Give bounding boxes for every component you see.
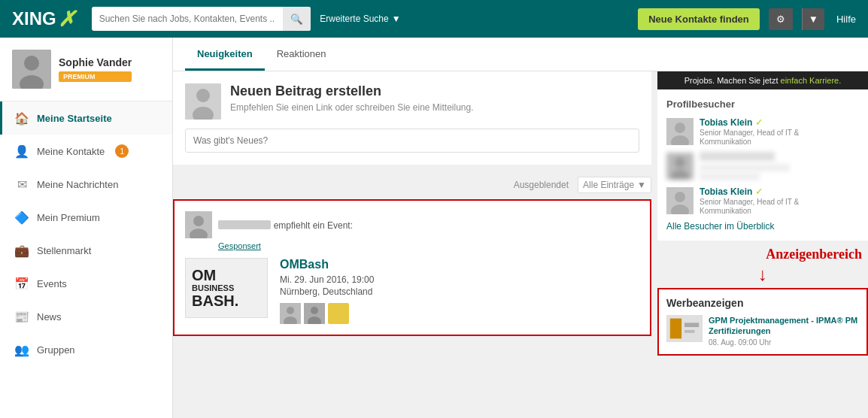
profile-section: Sophie Vander PREMIUM — [0, 38, 172, 101]
avatar — [12, 50, 51, 89]
xing-logo: XING ✗ — [12, 7, 75, 32]
svg-point-22 — [675, 192, 685, 202]
home-icon: 🏠 — [14, 111, 29, 126]
avatar-image — [12, 50, 51, 89]
feed-area: Neuen Beitrag erstellen Empfehlen Sie ei… — [173, 71, 657, 356]
visitor-item-1: Tobias Klein ✓ Senior Manager, Head of I… — [666, 117, 859, 146]
svg-point-16 — [675, 123, 685, 133]
attendee-avatar-2-svg — [304, 303, 325, 324]
event-details: OMBash Mi. 29. Jun 2016, 19:00 Nürnberg,… — [280, 258, 639, 324]
events-icon: 📅 — [14, 276, 29, 291]
create-post-text: Neuen Beitrag erstellen Empfehlen Sie ei… — [230, 83, 474, 113]
contacts-icon: 👤 — [14, 144, 29, 159]
create-avatar-svg — [185, 83, 221, 120]
ausgeblendet-filter[interactable]: Ausgeblendet — [514, 180, 569, 190]
feed-avatar-svg — [185, 211, 212, 238]
page-body: Sophie Vander PREMIUM 🏠 Meine Startseite… — [0, 38, 868, 418]
werbe-image — [666, 315, 703, 342]
promo-highlight: einfach Karriere. — [781, 76, 842, 85]
visitor-3-role: Senior Manager, Head of IT & — [700, 197, 859, 207]
alle-besucher-link[interactable]: Alle Besucher im Überblick — [666, 221, 859, 232]
visitor-3-company: Kommunikation — [700, 207, 859, 215]
main-tabs: Neuigkeiten Reaktionen — [173, 38, 868, 71]
event-logo: OM BUSINESS BASH. — [185, 258, 268, 318]
sidebar-item-gruppen[interactable]: 👥 Gruppen — [0, 333, 172, 366]
settings-button[interactable]: ⚙ — [769, 8, 793, 30]
event-logo-om: OM — [192, 267, 216, 283]
visitor-avatar-1 — [666, 118, 693, 145]
svg-rect-26 — [684, 323, 699, 327]
event-date: Mi. 29. Jun 2016, 19:00 — [280, 274, 639, 285]
content-area: Neuen Beitrag erstellen Empfehlen Sie ei… — [173, 71, 868, 356]
svg-rect-25 — [670, 319, 681, 339]
visitor-avatar-2 — [666, 153, 693, 180]
visitor-avatar-3 — [666, 187, 693, 214]
neue-kontakte-button[interactable]: Neue Kontakte finden — [638, 8, 760, 30]
hilfe-link[interactable]: Hilfe — [836, 14, 856, 25]
filter-bar: Ausgeblendet Alle Einträge ▼ — [173, 171, 651, 199]
feed-user-line: empfiehlt ein Event: — [185, 211, 639, 238]
feed-user-name — [218, 220, 271, 229]
sidebar-item-news[interactable]: 📰 News — [0, 300, 172, 333]
premium-icon: 🔷 — [14, 210, 29, 225]
search-bar[interactable]: 🔍 — [92, 7, 311, 31]
promo-bar: Projobs. Machen Sie jetzt einfach Karrie… — [657, 71, 868, 89]
tab-neuigkeiten[interactable]: Neuigkeiten — [185, 38, 265, 71]
svg-rect-27 — [684, 330, 694, 333]
werbe-img-svg — [667, 315, 702, 342]
sidebar-item-startseite[interactable]: 🏠 Meine Startseite — [0, 101, 172, 135]
sidebar-item-stellenmarkt[interactable]: 💼 Stellenmarkt — [0, 234, 172, 267]
post-input[interactable] — [185, 129, 639, 153]
news-icon: 📰 — [14, 309, 29, 324]
sidebar-item-events[interactable]: 📅 Events — [0, 267, 172, 300]
messages-icon: ✉ — [14, 177, 29, 192]
sponsored-tag[interactable]: Gesponsert — [218, 241, 639, 250]
visitor-1-name[interactable]: Tobias Klein ✓ — [700, 117, 859, 128]
jobs-icon: 💼 — [14, 243, 29, 258]
visitor-3-check: ✓ — [755, 186, 763, 197]
visitor-item-3: Tobias Klein ✓ Senior Manager, Head of I… — [666, 186, 859, 215]
kontakte-badge: 1 — [115, 144, 129, 158]
profile-visitors: Profilbesucher Tobias Klei — [657, 89, 868, 241]
feed-user-text: empfiehlt ein Event: — [218, 220, 353, 231]
werbe-ad-title[interactable]: GPM Projektmanagement - IPMA® PM Zertifi… — [709, 315, 859, 337]
visitor-1-company: Kommunikation — [700, 138, 859, 146]
werbeanzeigen-title: Werbeanzeigen — [666, 297, 859, 309]
search-input[interactable] — [92, 14, 284, 24]
event-location: Nürnberg, Deutschland — [280, 286, 639, 297]
create-post-avatar — [185, 83, 221, 120]
dropdown-arrow-icon: ▼ — [637, 180, 646, 190]
erweiterte-suche[interactable]: Erweiterte Suche ▼ — [320, 14, 400, 24]
logo-x: ✗ — [58, 7, 75, 32]
premium-badge: PREMIUM — [59, 71, 132, 82]
create-post-title: Neuen Beitrag erstellen — [230, 83, 474, 99]
create-post-header: Neuen Beitrag erstellen Empfehlen Sie ei… — [185, 83, 639, 120]
event-logo-business: BUSINESS — [192, 283, 234, 292]
sidebar-item-nachrichten[interactable]: ✉ Meine Nachrichten — [0, 168, 172, 201]
svg-point-19 — [675, 157, 685, 168]
event-title[interactable]: OMBash — [280, 258, 639, 271]
sidebar-item-premium[interactable]: 🔷 Mein Premium — [0, 201, 172, 234]
sidebar-item-kontakte[interactable]: 👤 Meine Kontakte 1 — [0, 135, 172, 168]
settings-dropdown-button[interactable]: ▼ — [802, 8, 824, 30]
search-button[interactable]: 🔍 — [283, 7, 311, 31]
visitor-1-role: Senior Manager, Head of IT & — [700, 128, 859, 138]
sidebar-nav: 🏠 Meine Startseite 👤 Meine Kontakte 1 ✉ … — [0, 101, 172, 366]
werbe-ad-info: GPM Projektmanagement - IPMA® PM Zertifi… — [709, 315, 859, 347]
right-sidebar: Projobs. Machen Sie jetzt einfach Karrie… — [657, 71, 868, 356]
attendee-1 — [280, 303, 301, 324]
visitor-3-name[interactable]: Tobias Klein ✓ — [700, 186, 859, 197]
alle-eintrage-dropdown[interactable]: Alle Einträge ▼ — [578, 177, 651, 193]
red-arrow-down: ↓ — [657, 264, 868, 285]
create-post-subtitle: Empfehlen Sie einen Link oder schreiben … — [230, 102, 474, 113]
avatar-svg — [12, 50, 51, 89]
werbe-item: GPM Projektmanagement - IPMA® PM Zertifi… — [666, 315, 859, 347]
anzeigenbereich-annotation: Anzeigenbereich — [657, 247, 868, 262]
logo-text: XING — [12, 8, 56, 29]
visitor-2-company-blur — [700, 173, 760, 180]
chevron-down-icon: ▼ — [392, 14, 401, 24]
visitor-item-2 — [666, 152, 859, 180]
event-logo-bash: BASH. — [192, 292, 238, 310]
event-attendees — [280, 303, 639, 324]
tab-reaktionen[interactable]: Reaktionen — [265, 38, 338, 71]
